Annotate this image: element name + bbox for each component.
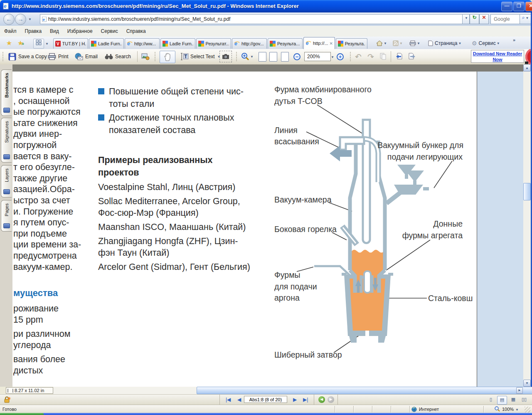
search-input[interactable] xyxy=(493,16,521,22)
zoom-tool-dropdown-icon[interactable]: ▼ xyxy=(250,55,254,59)
ie-window: e http://www.industry.siemens.com/brosch… xyxy=(0,0,532,415)
tab-tutby[interactable]: V TUT.BY | Н... xyxy=(53,38,88,49)
save-a-copy-button[interactable]: Save a Copy xyxy=(8,51,47,62)
next-view-button[interactable] xyxy=(408,51,416,62)
minimize-button[interactable]: — xyxy=(501,2,512,11)
start-button[interactable] xyxy=(0,413,44,415)
previous-view-circle-button[interactable]: ◀ xyxy=(318,396,325,403)
previous-page-button[interactable]: ◀ xyxy=(237,397,241,403)
search-pdf-button[interactable]: Search xyxy=(105,51,131,62)
url-dropdown-button[interactable]: ▼ xyxy=(462,14,470,24)
zoom-level-dropdown-icon[interactable]: ▼ xyxy=(331,55,334,59)
quick-tabs-dropdown-icon[interactable]: ▼ xyxy=(45,42,49,46)
next-page-button[interactable]: ▶ xyxy=(293,397,297,403)
zoom-tool-button[interactable]: ▼ xyxy=(241,51,254,62)
rss-icon xyxy=(393,40,399,46)
tab-results-1[interactable]: Результат... xyxy=(196,38,231,49)
undo-button[interactable]: ↶ xyxy=(355,51,362,62)
picture-tasks-button[interactable] xyxy=(141,51,150,62)
fit-width-button[interactable] xyxy=(281,51,289,62)
url-input[interactable] xyxy=(47,16,463,22)
scroll-down-button[interactable]: ▼ xyxy=(523,380,531,387)
email-button[interactable]: Email xyxy=(75,51,98,62)
hand-tool-button[interactable] xyxy=(160,51,175,63)
home-button[interactable]: ▼ xyxy=(376,39,387,48)
page-size-indicator[interactable]: 8.27 x 11.02 in xyxy=(6,387,53,394)
first-page-button[interactable]: |◀ xyxy=(226,397,231,403)
facing-layout-button[interactable]: ▯▯ xyxy=(520,396,529,404)
menu-favorites[interactable]: Избранное xyxy=(63,27,97,36)
vertical-scrollbar[interactable]: ▲ ▼ xyxy=(523,64,531,387)
pdf-viewport[interactable]: тся в камере с , оснащенной ые погружают… xyxy=(12,64,524,387)
sidebar-tab-bookmarks[interactable]: Bookmarks xyxy=(1,69,12,116)
tab-ladle-1[interactable]: Ladle Furn... xyxy=(89,38,124,49)
page-icon xyxy=(428,40,433,46)
tab-results-3[interactable]: Результа... xyxy=(336,38,367,49)
zoom-dropdown-icon[interactable]: ▼ xyxy=(515,408,519,412)
menu-help[interactable]: Справка xyxy=(122,27,150,36)
history-dropdown-icon[interactable]: ▼ xyxy=(28,17,32,21)
snapshot-tool-button[interactable] xyxy=(219,51,232,62)
favorites-star-icon[interactable]: ★ xyxy=(4,39,14,48)
tab-http-1[interactable]: e http://ww... xyxy=(125,38,160,49)
resize-grip[interactable] xyxy=(525,407,530,413)
toolbar-overflow-chevron-icon[interactable]: » xyxy=(513,37,515,42)
label-hopper: Вакуумный бункер для xyxy=(377,141,463,150)
page-navigation-field[interactable]: Abs1:8 (8 of 20) xyxy=(244,396,287,403)
single-page-layout-button[interactable]: ▯ xyxy=(486,396,495,404)
svg-text:e: e xyxy=(4,3,7,9)
close-button[interactable]: ✕ xyxy=(525,2,532,11)
label-slide-gate: Шиберный затвор xyxy=(274,350,342,359)
tab-close-icon[interactable]: ✕ xyxy=(330,41,333,46)
horizontal-scroll-track[interactable] xyxy=(53,387,523,394)
tab-gov[interactable]: e http://gov... xyxy=(232,38,267,49)
page-menu-button[interactable]: Страница▼ xyxy=(428,39,461,48)
refresh-button[interactable]: ↻ xyxy=(470,14,479,24)
tools-menu-button[interactable]: ⚙ Сервис▼ xyxy=(472,39,500,48)
print-pdf-button[interactable]: Print xyxy=(48,51,69,62)
tab-results-2[interactable]: Результа... xyxy=(268,38,303,49)
zoom-in-button[interactable]: + xyxy=(337,51,344,62)
menu-view[interactable]: Вид xyxy=(46,27,63,36)
sidebar-tab-layers[interactable]: Layers xyxy=(1,165,12,198)
tab-active-pdf[interactable]: e http://... ✕ xyxy=(303,37,335,49)
previous-view-button[interactable] xyxy=(396,51,403,62)
back-button[interactable]: ← xyxy=(3,14,15,25)
actual-size-button[interactable] xyxy=(259,51,266,62)
horizontal-scroll-thumb[interactable] xyxy=(197,387,532,394)
menu-tools[interactable]: Сервис xyxy=(97,27,122,36)
toolbar-grip xyxy=(2,52,5,61)
search-go-button[interactable]: ⌕▼ xyxy=(520,14,531,24)
tab-ladle-2[interactable]: Ladle Furn... xyxy=(160,38,195,49)
print-button[interactable]: ▼ xyxy=(409,39,420,48)
continuous-facing-layout-button[interactable]: ▦ xyxy=(509,396,518,404)
sidebar-tab-pages[interactable]: Pages xyxy=(1,200,12,232)
scroll-up-button[interactable]: ▲ xyxy=(523,64,531,72)
windows-taskbar[interactable] xyxy=(0,413,532,415)
download-new-reader-link[interactable]: Download New ReaderNow xyxy=(471,50,524,63)
redo-button[interactable]: ↷ xyxy=(367,51,374,62)
search-box[interactable] xyxy=(490,14,524,24)
label-tcob: Фурма комбинированного xyxy=(274,85,372,94)
scroll-right-button[interactable]: ► xyxy=(516,387,523,394)
copy-button[interactable] xyxy=(380,51,387,62)
feeds-button[interactable]: ▼ xyxy=(393,39,403,48)
select-text-button[interactable]: T Select Text ▼ xyxy=(180,51,220,62)
stop-button[interactable]: ✕ xyxy=(479,14,489,24)
continuous-layout-button[interactable]: ▤ xyxy=(497,396,507,405)
forward-button[interactable]: → xyxy=(15,14,26,25)
last-page-button[interactable]: ▶| xyxy=(303,397,308,403)
zoom-out-button[interactable]: − xyxy=(293,51,300,62)
next-view-circle-button[interactable]: ▶ xyxy=(328,396,334,403)
quick-tabs-button[interactable] xyxy=(33,39,44,49)
add-favorite-icon[interactable]: ★+ xyxy=(16,39,26,48)
menu-edit[interactable]: Правка xyxy=(21,27,46,36)
vertical-scroll-thumb[interactable] xyxy=(523,183,531,200)
fit-page-button[interactable] xyxy=(269,51,277,62)
menu-file[interactable]: Файл xyxy=(0,27,21,36)
zoom-level-field[interactable]: 200% xyxy=(304,52,331,61)
restore-button[interactable]: ❐ xyxy=(513,2,525,11)
url-field[interactable]: e xyxy=(40,14,465,24)
splitter-icon[interactable] xyxy=(7,389,13,393)
sidebar-tab-signatures[interactable]: Signatures xyxy=(1,118,12,163)
